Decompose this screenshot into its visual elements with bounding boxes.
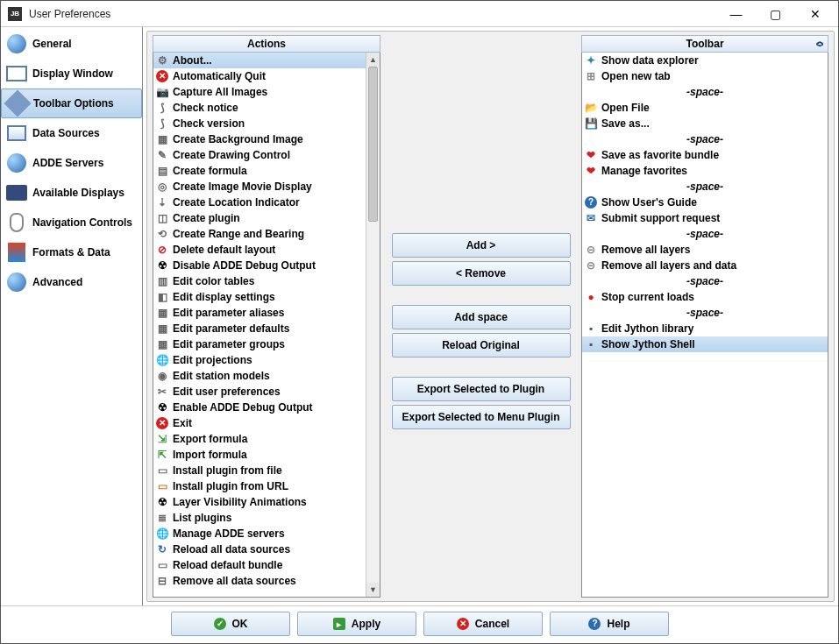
list-item[interactable]: ✦Show data explorer: [582, 53, 828, 68]
list-item[interactable]: ⚙About...: [153, 53, 366, 68]
toolbar-header-label: Toolbar: [686, 38, 723, 50]
list-item[interactable]: ▦Edit parameter groups: [153, 336, 366, 352]
list-item-label: Install plugin from URL: [173, 480, 288, 492]
list-item-label: -space-: [686, 275, 723, 287]
sidebar-item-label: General: [32, 38, 72, 50]
list-item[interactable]: ↻Reload all data sources: [153, 541, 366, 557]
list-item[interactable]: ▤Create formula: [153, 163, 366, 179]
sidebar-item-adde-servers[interactable]: ADDE Servers: [1, 148, 142, 178]
list-item[interactable]: ⊟Remove all data sources: [153, 573, 366, 589]
sidebar-item-display-window[interactable]: Display Window: [1, 59, 142, 88]
close-button[interactable]: ✕: [795, 2, 835, 26]
list-item[interactable]: ⊞Open new tab: [582, 68, 828, 84]
sidebar-item-data-sources[interactable]: Data Sources: [1, 118, 142, 148]
list-item[interactable]: ▪Show Jython Shell: [582, 336, 828, 352]
sidebar-item-formats-data[interactable]: Formats & Data: [1, 237, 142, 267]
list-item[interactable]: ▭Install plugin from file: [153, 463, 366, 478]
list-item[interactable]: ●Stop current loads: [582, 289, 828, 305]
list-item[interactable]: ▭Install plugin from URL: [153, 478, 366, 494]
list-item[interactable]: 🌐Manage ADDE servers: [153, 526, 366, 541]
list-item[interactable]: ⟲Create Range and Bearing: [153, 226, 366, 242]
list-item[interactable]: ▪Edit Jython library: [582, 321, 828, 336]
list-item[interactable]: ✕Exit: [153, 415, 366, 431]
list-item[interactable]: ⊝Remove all layers and data: [582, 258, 828, 273]
scroll-up-icon[interactable]: ▲: [366, 53, 380, 67]
spacer-row[interactable]: -space-: [582, 273, 828, 289]
content-area: GeneralDisplay WindowToolbar OptionsData…: [1, 27, 838, 605]
spacer-row[interactable]: -space-: [582, 179, 828, 195]
spacer-row[interactable]: -space-: [582, 305, 828, 321]
tools-icon: ✂: [155, 385, 169, 399]
list-item[interactable]: ≣List plugins: [153, 510, 366, 526]
list-item[interactable]: 💾Save as...: [582, 116, 828, 131]
remove-all-icon: ⊝: [584, 258, 598, 272]
list-item[interactable]: ☢Layer Visibility Animations: [153, 494, 366, 510]
bundle-icon: ▭: [155, 558, 169, 572]
minimize-button[interactable]: —: [716, 2, 756, 26]
spacer-row[interactable]: -space-: [582, 131, 828, 147]
list-item[interactable]: ⇲Export formula: [153, 431, 366, 447]
add-button[interactable]: Add >: [392, 233, 571, 258]
sidebar-item-advanced[interactable]: Advanced: [1, 267, 142, 297]
window-controls: — ▢ ✕: [716, 2, 835, 26]
list-item[interactable]: ✎Create Drawing Control: [153, 147, 366, 163]
list-item[interactable]: 🌐Edit projections: [153, 352, 366, 368]
error-icon: ✕: [155, 416, 169, 430]
list-item[interactable]: ✂Edit user preferences: [153, 384, 366, 400]
help-button[interactable]: ? Help: [550, 612, 669, 636]
scroll-down-icon[interactable]: ▼: [366, 583, 380, 597]
list-item[interactable]: ▦Edit parameter defaults: [153, 321, 366, 336]
actions-listbox[interactable]: ⚙About...✕Automatically Quit📷Capture All…: [153, 53, 380, 598]
list-item[interactable]: ❤Save as favorite bundle: [582, 147, 828, 163]
toolbar-listbox[interactable]: ✦Show data explorer⊞Open new tab-space-📂…: [581, 53, 828, 598]
sidebar-item-toolbar-options[interactable]: Toolbar Options: [1, 88, 142, 118]
list-item[interactable]: ◧Edit display settings: [153, 289, 366, 305]
reload-original-button[interactable]: Reload Original: [392, 333, 571, 357]
cancel-button[interactable]: ✕ Cancel: [423, 612, 543, 636]
maximize-button[interactable]: ▢: [756, 2, 795, 26]
apply-label: Apply: [352, 618, 380, 630]
list-item[interactable]: ⟆Check notice: [153, 100, 366, 116]
list-item[interactable]: ✕Automatically Quit: [153, 68, 366, 84]
spacer-row[interactable]: -space-: [582, 84, 828, 100]
file-icon: ▭: [155, 464, 169, 478]
list-item[interactable]: ▥Edit color tables: [153, 273, 366, 289]
formats-icon: [4, 240, 29, 265]
globe-icon: [4, 32, 29, 56]
sidebar-item-available-displays[interactable]: Available Displays: [1, 178, 142, 208]
list-item[interactable]: ⇱Import formula: [153, 447, 366, 463]
export-menu-plugin-button[interactable]: Export Selected to Menu Plugin: [392, 405, 571, 429]
list-item[interactable]: ▦Create Background Image: [153, 131, 366, 147]
list-item-label: Show Jython Shell: [601, 338, 695, 350]
list-item[interactable]: ◉Edit station models: [153, 368, 366, 384]
list-item[interactable]: ☢Disable ADDE Debug Output: [153, 258, 366, 273]
reorder-chevrons-icon[interactable]: ︽︾: [816, 39, 824, 49]
remove-button[interactable]: < Remove: [392, 261, 571, 286]
list-item[interactable]: ◫Create plugin: [153, 210, 366, 226]
sidebar-item-navigation-controls[interactable]: Navigation Controls: [1, 208, 142, 237]
scroll-thumb[interactable]: [368, 67, 378, 222]
list-item[interactable]: 📷Capture All Images: [153, 84, 366, 100]
list-item[interactable]: ☢Enable ADDE Debug Output: [153, 400, 366, 415]
ok-button[interactable]: ✓ OK: [171, 612, 290, 636]
add-space-button[interactable]: Add space: [392, 305, 571, 329]
actions-scrollbar[interactable]: ▲ ▼: [366, 53, 380, 597]
sidebar-item-general[interactable]: General: [1, 29, 142, 59]
list-item[interactable]: ⊘Delete default layout: [153, 242, 366, 258]
apply-button[interactable]: ▸ Apply: [297, 612, 416, 636]
list-item[interactable]: ❤Manage favorites: [582, 163, 828, 179]
list-item[interactable]: ⊝Remove all layers: [582, 242, 828, 258]
list-item[interactable]: ▦Edit parameter aliases: [153, 305, 366, 321]
heart-icon: ❤: [584, 148, 598, 162]
list-item[interactable]: ⟆Check version: [153, 116, 366, 131]
list-item[interactable]: ?Show User's Guide: [582, 195, 828, 210]
list-item[interactable]: ▭Reload default bundle: [153, 557, 366, 573]
list-item-label: Edit display settings: [173, 291, 275, 303]
export-plugin-button[interactable]: Export Selected to Plugin: [392, 377, 571, 401]
list-item[interactable]: 📂Open File: [582, 100, 828, 116]
list-item[interactable]: ⇣Create Location Indicator: [153, 195, 366, 210]
list-item[interactable]: ◎Create Image Movie Display: [153, 179, 366, 195]
spacer-row[interactable]: -space-: [582, 226, 828, 242]
list-item-label: Open File: [601, 102, 650, 114]
list-item[interactable]: ✉Submit support request: [582, 210, 828, 226]
